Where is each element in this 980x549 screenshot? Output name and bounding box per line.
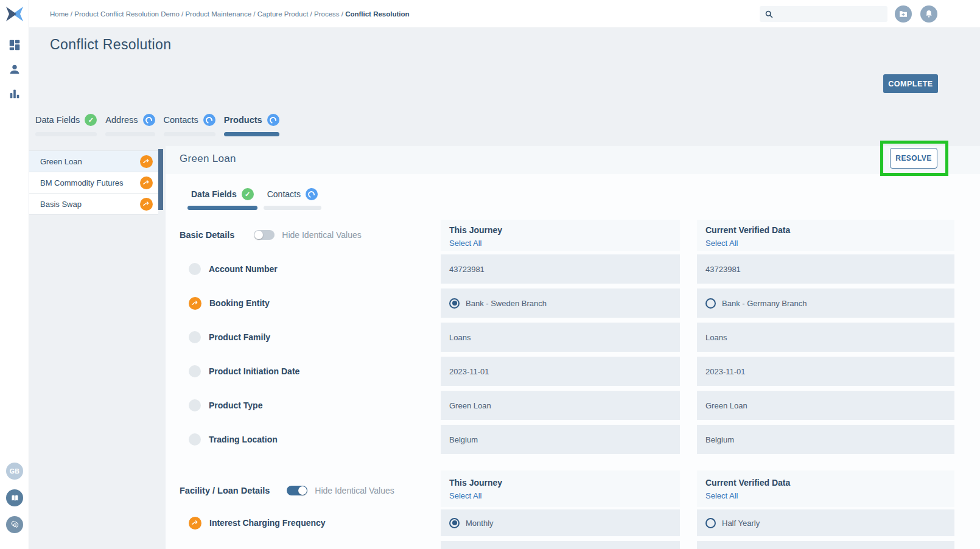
conflict-resolution-app: GB Home / Product Conflict Resolution De… (0, 0, 980, 549)
product-list-item-bm-commodity-futures[interactable]: BM Commodity Futures (29, 172, 158, 194)
tab-label: Products (224, 115, 262, 125)
dashboard-icon[interactable] (7, 37, 23, 53)
field-label-product-family: Product Family (189, 323, 270, 352)
value-cell: Green Loan (441, 391, 680, 420)
product-list-item-basis-swap[interactable]: Basis Swap (29, 194, 158, 215)
hide-identical-toggle[interactable] (287, 486, 307, 495)
product-list-item-green-loan[interactable]: Green Loan (29, 151, 158, 172)
left-nav-rail: GB (0, 0, 29, 549)
identical-status-icon (189, 365, 201, 377)
value-cell: Belgium (697, 425, 954, 454)
value-cell: 2023-11-01 (697, 357, 954, 386)
identical-status-icon (189, 399, 201, 411)
column-title: This Journey (449, 478, 671, 488)
select-all-link[interactable]: Select All (705, 239, 738, 248)
search-icon (765, 10, 774, 19)
radio-unselected[interactable] (705, 518, 716, 528)
value-cell: Loans (697, 323, 954, 352)
table-row-partial (441, 541, 680, 549)
product-label: Basis Swap (40, 200, 82, 209)
scrollbar-thumb[interactable] (158, 149, 163, 210)
complete-check-icon: ✓ (85, 114, 97, 126)
subtab-label: Contacts (267, 189, 301, 199)
detail-subtabs: Data Fields ✓ Contacts (187, 187, 321, 210)
breadcrumb-current: Conflict Resolution (345, 10, 409, 18)
section-title: Basic Details (180, 230, 234, 240)
identical-status-icon (189, 263, 201, 275)
breadcrumb[interactable]: Home / Product Conflict Resolution Demo … (50, 10, 410, 18)
select-all-link[interactable]: Select All (449, 491, 481, 500)
tab-label: Address (105, 115, 138, 125)
column-title: Current Verified Data (705, 478, 946, 488)
breadcrumb-path[interactable]: Home / Product Conflict Resolution Demo … (50, 10, 345, 18)
column-title: This Journey (449, 225, 671, 235)
toggle-label: Hide Identical Values (315, 486, 394, 495)
column-header-current-verified: Current Verified Data Select All (697, 220, 954, 251)
value-cell: 43723981 (441, 254, 680, 284)
column-title: Current Verified Data (705, 225, 946, 235)
tab-progress-bar (105, 132, 155, 136)
column-header-current-verified: Current Verified Data Select All (697, 470, 954, 507)
step-tabs: Data Fields ✓ Address Contacts Products (35, 113, 279, 136)
value-cell: Bank - Sweden Branch (441, 288, 680, 318)
page-title: Conflict Resolution (50, 37, 171, 53)
value-cell: Belgium (441, 425, 680, 454)
select-all-link[interactable]: Select All (705, 491, 738, 500)
in-progress-icon (203, 114, 215, 126)
top-bar: Home / Product Conflict Resolution Demo … (29, 0, 980, 28)
tab-contacts[interactable]: Contacts (164, 113, 215, 136)
section-facility-loan-details: Facility / Loan Details Hide Identical V… (180, 483, 394, 498)
conflict-icon (189, 517, 201, 530)
in-progress-icon (143, 114, 155, 126)
book-icon[interactable] (6, 489, 23, 506)
radio-selected[interactable] (449, 518, 460, 528)
in-progress-icon (306, 188, 318, 200)
conflict-icon (140, 155, 153, 168)
bar-chart-icon[interactable] (7, 86, 23, 102)
value-cell: Green Loan (697, 391, 954, 420)
notifications-bell-icon[interactable] (920, 5, 937, 23)
value-cell: Bank - Germany Branch (697, 288, 954, 318)
toggle-label: Hide Identical Values (282, 230, 361, 240)
hide-identical-toggle[interactable] (254, 230, 275, 240)
user-icon[interactable] (7, 61, 23, 77)
section-title: Facility / Loan Details (180, 486, 270, 495)
identical-status-icon (189, 331, 201, 343)
radio-unselected[interactable] (705, 298, 716, 309)
product-label: Green Loan (40, 157, 82, 166)
subtab-label: Data Fields (191, 189, 237, 199)
column-header-this-journey: This Journey Select All (441, 470, 680, 507)
section-basic-details: Basic Details Hide Identical Values (180, 228, 362, 242)
complete-button[interactable]: COMPLETE (883, 74, 938, 93)
app-logo[interactable] (5, 4, 24, 24)
field-label-trading-location: Trading Location (189, 425, 278, 454)
subtab-data-fields[interactable]: Data Fields ✓ (187, 187, 257, 210)
identical-status-icon (189, 433, 201, 446)
avatar[interactable]: GB (6, 463, 23, 480)
search-input[interactable] (777, 10, 881, 18)
settings-icon[interactable] (6, 516, 23, 533)
table-row-partial (697, 541, 954, 549)
value-cell: 2023-11-01 (441, 357, 680, 386)
product-label: BM Commodity Futures (40, 178, 124, 187)
complete-check-icon: ✓ (242, 188, 254, 200)
product-list: Green Loan BM Commodity Futures Basis Sw… (29, 150, 158, 215)
value-cell: Loans (441, 323, 680, 352)
search-box[interactable] (760, 6, 887, 22)
tab-progress-bar (224, 132, 279, 136)
add-folder-icon[interactable] (895, 5, 912, 23)
tab-data-fields[interactable]: Data Fields ✓ (35, 113, 97, 136)
tab-address[interactable]: Address (105, 113, 155, 136)
conflict-icon (140, 198, 153, 211)
in-progress-icon (267, 114, 279, 126)
value-cell: Half Yearly (697, 509, 954, 536)
tab-products[interactable]: Products (224, 113, 279, 136)
field-label-product-initiation-date: Product Initiation Date (189, 357, 299, 386)
field-label-account-number: Account Number (189, 254, 278, 284)
radio-selected[interactable] (449, 298, 460, 309)
select-all-link[interactable]: Select All (449, 239, 481, 248)
field-label-interest-charging-frequency: Interest Charging Frequency (189, 509, 326, 536)
resolve-button[interactable]: RESOLVE (890, 148, 937, 169)
field-label-booking-entity: Booking Entity (189, 288, 270, 318)
subtab-contacts[interactable]: Contacts (264, 187, 321, 210)
